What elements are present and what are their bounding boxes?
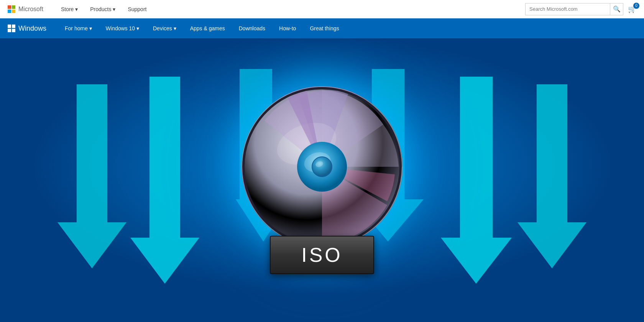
windows-nav-links: For home ▾ Windows 10 ▾ Devices ▾ Apps &… [58,18,346,38]
top-nav-links: Store ▾ Products ▾ Support [55,0,525,18]
hero-section: ISO [0,38,644,322]
ms-logo-grid [8,5,15,13]
win-nav-downloads[interactable]: Downloads [232,18,272,38]
win-nav-howto[interactable]: How-to [272,18,303,38]
win-nav-devices[interactable]: Devices ▾ [146,18,183,38]
cart-button[interactable]: 🛒 0 [628,5,636,13]
windows-logo-text: Windows [18,25,46,33]
top-nav-support[interactable]: Support [122,0,153,18]
top-nav-store[interactable]: Store ▾ [55,0,84,18]
win-nav-apps-games[interactable]: Apps & games [183,18,232,38]
windows-flag-icon [8,25,15,32]
search-input[interactable] [526,3,610,15]
search-button[interactable]: 🔍 [610,3,623,15]
cd-disc [242,86,402,247]
search-container: 🔍 [525,3,623,15]
disc-container: ISO [242,86,402,274]
win-nav-windows10[interactable]: Windows 10 ▾ [99,18,146,38]
iso-label: ISO [270,236,374,274]
windows-logo[interactable]: Windows [8,25,46,33]
microsoft-logo[interactable]: Microsoft [8,5,43,13]
win-nav-for-home[interactable]: For home ▾ [58,18,99,38]
iso-text: ISO [301,244,343,266]
windows-navigation: Windows For home ▾ Windows 10 ▾ Devices … [0,18,644,38]
cart-count: 0 [633,3,639,9]
top-navigation: Microsoft Store ▾ Products ▾ Support 🔍 🛒… [0,0,644,18]
microsoft-logo-text: Microsoft [18,6,43,13]
win-nav-great-things[interactable]: Great things [303,18,346,38]
disc-svg [242,86,402,247]
top-nav-products[interactable]: Products ▾ [84,0,122,18]
